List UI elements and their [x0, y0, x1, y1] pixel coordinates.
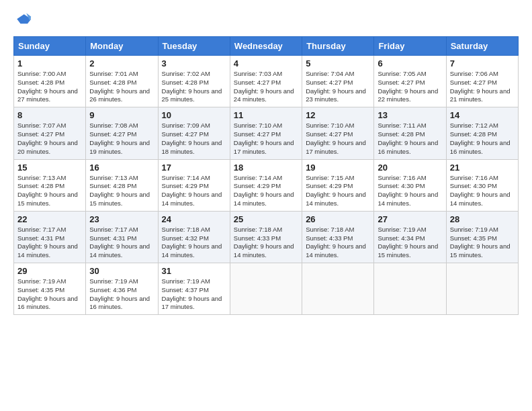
weekday-header-saturday: Saturday — [446, 37, 518, 56]
day-info: Sunrise: 7:19 AM Sunset: 4:35 PM Dayligh… — [450, 226, 515, 260]
day-number: 7 — [450, 58, 515, 68]
day-info: Sunrise: 7:14 AM Sunset: 4:29 PM Dayligh… — [162, 174, 226, 208]
day-info: Sunrise: 7:03 AM Sunset: 4:27 PM Dayligh… — [234, 70, 298, 104]
calendar-cell: 13Sunrise: 7:11 AM Sunset: 4:28 PM Dayli… — [374, 107, 446, 159]
day-info: Sunrise: 7:10 AM Sunset: 4:27 PM Dayligh… — [306, 122, 370, 156]
day-number: 27 — [378, 214, 442, 224]
day-number: 1 — [17, 58, 82, 68]
calendar-cell: 6Sunrise: 7:05 AM Sunset: 4:27 PM Daylig… — [374, 56, 446, 107]
day-info: Sunrise: 7:02 AM Sunset: 4:28 PM Dayligh… — [162, 70, 226, 104]
calendar-cell — [302, 263, 374, 315]
day-info: Sunrise: 7:10 AM Sunset: 4:27 PM Dayligh… — [234, 122, 298, 156]
calendar-cell: 31Sunrise: 7:19 AM Sunset: 4:37 PM Dayli… — [158, 263, 230, 315]
day-number: 5 — [306, 58, 370, 68]
day-number: 12 — [306, 110, 370, 120]
calendar-week-row: 1Sunrise: 7:00 AM Sunset: 4:28 PM Daylig… — [14, 56, 519, 107]
calendar-cell — [374, 263, 446, 315]
day-info: Sunrise: 7:16 AM Sunset: 4:30 PM Dayligh… — [378, 174, 442, 208]
day-info: Sunrise: 7:12 AM Sunset: 4:28 PM Dayligh… — [450, 122, 515, 156]
weekday-header-friday: Friday — [374, 37, 446, 56]
calendar-cell — [230, 263, 302, 315]
day-number: 24 — [162, 214, 226, 224]
calendar-cell: 10Sunrise: 7:09 AM Sunset: 4:27 PM Dayli… — [158, 107, 230, 159]
day-number: 13 — [378, 110, 442, 120]
day-info: Sunrise: 7:19 AM Sunset: 4:34 PM Dayligh… — [378, 226, 442, 260]
calendar-cell: 20Sunrise: 7:16 AM Sunset: 4:30 PM Dayli… — [374, 159, 446, 211]
day-number: 21 — [450, 163, 515, 173]
calendar-cell: 12Sunrise: 7:10 AM Sunset: 4:27 PM Dayli… — [302, 107, 374, 159]
day-number: 14 — [450, 110, 515, 120]
calendar-cell: 1Sunrise: 7:00 AM Sunset: 4:28 PM Daylig… — [14, 56, 86, 107]
weekday-header-thursday: Thursday — [302, 37, 374, 56]
calendar-table: SundayMondayTuesdayWednesdayThursdayFrid… — [13, 36, 519, 315]
day-info: Sunrise: 7:18 AM Sunset: 4:32 PM Dayligh… — [162, 226, 226, 260]
calendar-cell: 30Sunrise: 7:19 AM Sunset: 4:36 PM Dayli… — [86, 263, 158, 315]
day-info: Sunrise: 7:18 AM Sunset: 4:33 PM Dayligh… — [306, 226, 370, 260]
day-number: 23 — [89, 214, 154, 224]
day-info: Sunrise: 7:19 AM Sunset: 4:37 PM Dayligh… — [162, 277, 226, 312]
calendar-cell: 3Sunrise: 7:02 AM Sunset: 4:28 PM Daylig… — [158, 56, 230, 107]
day-info: Sunrise: 7:13 AM Sunset: 4:28 PM Dayligh… — [89, 174, 154, 208]
day-info: Sunrise: 7:15 AM Sunset: 4:29 PM Dayligh… — [306, 174, 370, 208]
calendar-cell: 25Sunrise: 7:18 AM Sunset: 4:33 PM Dayli… — [230, 211, 302, 263]
calendar-cell: 19Sunrise: 7:15 AM Sunset: 4:29 PM Dayli… — [302, 159, 374, 211]
day-info: Sunrise: 7:19 AM Sunset: 4:36 PM Dayligh… — [89, 277, 154, 312]
day-number: 26 — [306, 214, 370, 224]
day-info: Sunrise: 7:13 AM Sunset: 4:28 PM Dayligh… — [17, 174, 82, 208]
day-info: Sunrise: 7:07 AM Sunset: 4:27 PM Dayligh… — [17, 122, 82, 156]
day-number: 22 — [17, 214, 82, 224]
day-number: 25 — [234, 214, 298, 224]
day-number: 18 — [234, 163, 298, 173]
logo — [13, 11, 35, 30]
calendar-cell: 2Sunrise: 7:01 AM Sunset: 4:28 PM Daylig… — [86, 56, 158, 107]
calendar-cell: 27Sunrise: 7:19 AM Sunset: 4:34 PM Dayli… — [374, 211, 446, 263]
day-number: 4 — [234, 58, 298, 68]
day-number: 19 — [306, 163, 370, 173]
calendar-week-row: 29Sunrise: 7:19 AM Sunset: 4:35 PM Dayli… — [14, 263, 519, 315]
day-info: Sunrise: 7:17 AM Sunset: 4:31 PM Dayligh… — [89, 226, 154, 260]
day-info: Sunrise: 7:16 AM Sunset: 4:30 PM Dayligh… — [450, 174, 515, 208]
day-info: Sunrise: 7:00 AM Sunset: 4:28 PM Dayligh… — [17, 70, 82, 104]
calendar-header-row: SundayMondayTuesdayWednesdayThursdayFrid… — [14, 37, 519, 56]
logo-icon — [13, 11, 32, 30]
calendar-week-row: 15Sunrise: 7:13 AM Sunset: 4:28 PM Dayli… — [14, 159, 519, 211]
calendar-cell: 26Sunrise: 7:18 AM Sunset: 4:33 PM Dayli… — [302, 211, 374, 263]
day-number: 2 — [89, 58, 154, 68]
calendar-week-row: 8Sunrise: 7:07 AM Sunset: 4:27 PM Daylig… — [14, 107, 519, 159]
day-info: Sunrise: 7:01 AM Sunset: 4:28 PM Dayligh… — [89, 70, 154, 104]
weekday-header-sunday: Sunday — [14, 37, 86, 56]
calendar-cell: 16Sunrise: 7:13 AM Sunset: 4:28 PM Dayli… — [86, 159, 158, 211]
day-info: Sunrise: 7:17 AM Sunset: 4:31 PM Dayligh… — [17, 226, 82, 260]
calendar-cell: 21Sunrise: 7:16 AM Sunset: 4:30 PM Dayli… — [446, 159, 518, 211]
calendar-cell: 17Sunrise: 7:14 AM Sunset: 4:29 PM Dayli… — [158, 159, 230, 211]
day-info: Sunrise: 7:18 AM Sunset: 4:33 PM Dayligh… — [234, 226, 298, 260]
day-number: 28 — [450, 214, 515, 224]
weekday-header-wednesday: Wednesday — [230, 37, 302, 56]
day-number: 11 — [234, 110, 298, 120]
day-number: 9 — [89, 110, 154, 120]
calendar-cell: 22Sunrise: 7:17 AM Sunset: 4:31 PM Dayli… — [14, 211, 86, 263]
day-info: Sunrise: 7:14 AM Sunset: 4:29 PM Dayligh… — [234, 174, 298, 208]
calendar-cell: 4Sunrise: 7:03 AM Sunset: 4:27 PM Daylig… — [230, 56, 302, 107]
day-number: 17 — [162, 163, 226, 173]
day-number: 31 — [162, 266, 226, 276]
day-info: Sunrise: 7:06 AM Sunset: 4:27 PM Dayligh… — [450, 70, 515, 104]
calendar-cell: 28Sunrise: 7:19 AM Sunset: 4:35 PM Dayli… — [446, 211, 518, 263]
calendar-cell: 24Sunrise: 7:18 AM Sunset: 4:32 PM Dayli… — [158, 211, 230, 263]
calendar-cell — [446, 263, 518, 315]
day-number: 6 — [378, 58, 442, 68]
weekday-header-tuesday: Tuesday — [158, 37, 230, 56]
calendar-cell: 8Sunrise: 7:07 AM Sunset: 4:27 PM Daylig… — [14, 107, 86, 159]
calendar-cell: 15Sunrise: 7:13 AM Sunset: 4:28 PM Dayli… — [14, 159, 86, 211]
day-info: Sunrise: 7:19 AM Sunset: 4:35 PM Dayligh… — [17, 277, 82, 312]
calendar-cell: 18Sunrise: 7:14 AM Sunset: 4:29 PM Dayli… — [230, 159, 302, 211]
calendar-cell: 7Sunrise: 7:06 AM Sunset: 4:27 PM Daylig… — [446, 56, 518, 107]
day-number: 3 — [162, 58, 226, 68]
day-number: 29 — [17, 266, 82, 276]
day-info: Sunrise: 7:09 AM Sunset: 4:27 PM Dayligh… — [162, 122, 226, 156]
day-info: Sunrise: 7:11 AM Sunset: 4:28 PM Dayligh… — [378, 122, 442, 156]
page-header — [13, 11, 519, 30]
day-number: 30 — [89, 266, 154, 276]
day-info: Sunrise: 7:05 AM Sunset: 4:27 PM Dayligh… — [378, 70, 442, 104]
calendar-cell: 14Sunrise: 7:12 AM Sunset: 4:28 PM Dayli… — [446, 107, 518, 159]
